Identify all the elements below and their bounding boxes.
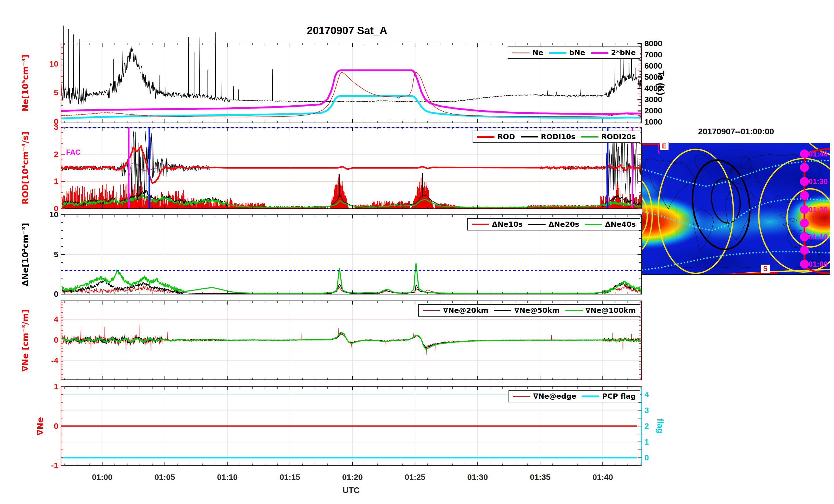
ytick-grad-panel: 0 — [54, 336, 58, 345]
legend-label: 2*bNe — [611, 48, 636, 57]
legend-label: ∇Ne@edge — [533, 392, 576, 400]
xtick-label: 01:35 — [530, 473, 550, 482]
legend-swatch — [477, 136, 495, 138]
track-dot — [800, 163, 809, 172]
legend-item: Ne — [512, 48, 543, 57]
legend-dne-panel: ΔNe10sΔNe20sΔNe40s — [467, 218, 640, 230]
ytick-rod-panel: 1 — [54, 177, 58, 186]
fac-annotation: FAC — [66, 148, 81, 156]
rtick-ne-panel: 5000 — [644, 73, 662, 82]
track-dot — [800, 205, 809, 214]
track-dot — [800, 150, 809, 158]
ytick-grad-panel: 4 — [54, 315, 58, 324]
track-dot — [800, 260, 809, 269]
legend-item: bNe — [549, 48, 585, 57]
legend-swatch — [582, 395, 599, 397]
xtick-label: 01:40 — [592, 473, 613, 482]
xtick-label: 01:05 — [155, 473, 175, 482]
ytick-grad-panel: -4 — [51, 356, 58, 365]
ylabel-dne-panel: ΔNe[10⁴cm⁻³] — [20, 223, 30, 286]
track-dot — [800, 232, 809, 241]
legend-grad-panel: ∇Ne@20km∇Ne@50km∇Ne@100km — [418, 304, 640, 317]
x-axis-label: UTC — [343, 486, 360, 495]
legend-swatch — [472, 224, 489, 225]
legend-label: ΔNe20s — [548, 220, 579, 228]
xtick-label: 01:10 — [217, 473, 238, 482]
legend-label: ∇Ne@20km — [443, 306, 488, 315]
legend-label: PCP flag — [602, 392, 636, 400]
legend-ne-panel: NebNe2*bNe — [508, 46, 640, 59]
legend-swatch — [423, 310, 440, 311]
ytick-rod-panel: 3 — [54, 122, 58, 132]
tec-map — [578, 140, 834, 280]
rtick-ne-panel: 7000 — [644, 50, 662, 60]
page-title: 20170907 Sat_A — [307, 25, 387, 37]
legend-swatch — [513, 396, 530, 397]
rtick-edge-panel: 4 — [644, 390, 649, 399]
map-south-label: S — [761, 264, 770, 273]
rtick-edge-panel: 1 — [644, 437, 649, 446]
rtick-ne-panel: 8000 — [644, 39, 662, 48]
flag-axis-label: flag — [655, 418, 665, 433]
legend-label: Ne — [532, 48, 543, 57]
series-bne2 — [61, 70, 641, 114]
legend-item: ΔNe20s — [528, 220, 579, 228]
legend-item: PCP flag — [582, 392, 636, 400]
track-time-label: 01:30 — [808, 177, 828, 186]
ytick-edge-panel: -1 — [51, 461, 58, 470]
legend-item: ∇Ne@50km — [494, 306, 559, 315]
legend-item: ΔNe10s — [472, 220, 523, 228]
track-dot — [800, 191, 809, 200]
legend-swatch — [591, 52, 608, 54]
figure-root: 20170907 Sat_A 20170907--01:00:00 UTC FA… — [0, 0, 834, 504]
ytick-dne-panel: 5 — [54, 250, 58, 259]
ytick-edge-panel: 1 — [54, 382, 58, 391]
track-dot — [800, 219, 809, 228]
legend-label: ΔNe10s — [492, 220, 523, 228]
legend-label: bNe — [569, 48, 585, 57]
legend-item: ∇Ne@20km — [423, 306, 488, 315]
track-dot — [800, 246, 809, 255]
xtick-label: 01:20 — [342, 473, 363, 482]
track-time-label: 01:40 — [808, 150, 828, 158]
chart-canvas — [0, 0, 834, 504]
ylabel-rod-panel: ROD[10⁴cm⁻³/s] — [20, 132, 30, 204]
legend-item: ∇Ne@edge — [513, 392, 576, 400]
rtick-ne-panel: 2000 — [644, 106, 662, 115]
xtick-label: 01:25 — [405, 473, 425, 482]
legend-swatch — [581, 136, 598, 137]
legend-swatch — [512, 52, 529, 53]
track-dot — [800, 177, 809, 186]
xtick-label: 01:00 — [92, 473, 113, 482]
ylabel-edge-panel: ∇Ne — [35, 417, 45, 435]
rtick-ne-panel: 4000 — [644, 84, 662, 93]
track-time-label: 01:00 — [808, 260, 828, 269]
series-rod — [61, 146, 641, 183]
legend-swatch — [494, 310, 511, 311]
legend-label: ΔNe40s — [605, 220, 636, 228]
legend-label: ∇Ne@100km — [586, 306, 636, 315]
ytick-ne-panel: 5 — [54, 88, 58, 97]
legend-swatch — [565, 310, 583, 311]
legend-label: ROD — [497, 133, 515, 141]
legend-item: ∇Ne@100km — [565, 306, 636, 315]
ylabel-grad-panel: ∇Ne [cm⁻³/m] — [20, 309, 30, 371]
xtick-label: 01:30 — [467, 473, 488, 482]
rtick-ne-panel: 3000 — [644, 95, 662, 104]
legend-label: ∇Ne@50km — [514, 306, 559, 315]
rtick-ne-panel: 1000 — [644, 117, 662, 127]
legend-item: 2*bNe — [591, 48, 636, 57]
xtick-label: 01:15 — [280, 473, 300, 482]
legend-label: RODI20s — [601, 133, 636, 141]
legend-item: RODI10s — [521, 133, 575, 141]
track-time-label: 01:20 — [808, 205, 828, 214]
legend-swatch — [528, 224, 546, 225]
rtick-ne-panel: 6000 — [644, 62, 662, 71]
ytick-ne-panel: 10 — [49, 60, 58, 69]
legend-swatch — [585, 224, 602, 225]
series-g50 — [62, 334, 641, 348]
legend-rod-panel: RODRODI10sRODI20s — [473, 131, 640, 143]
rtick-edge-panel: 2 — [644, 421, 649, 431]
ytick-rod-panel: 2 — [54, 150, 58, 159]
legend-swatch — [549, 52, 566, 54]
